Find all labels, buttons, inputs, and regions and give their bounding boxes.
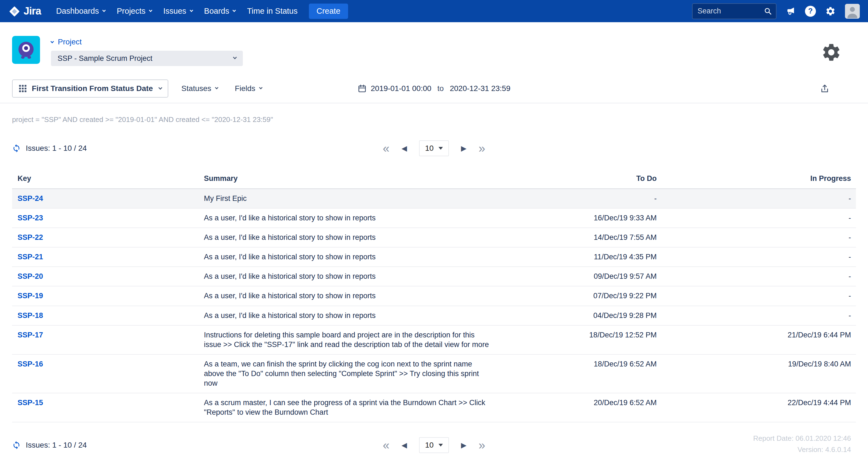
report-type-button[interactable]: First Transition From Status Date <box>12 80 168 98</box>
issue-key-link[interactable]: SSP-22 <box>18 233 43 241</box>
search-input[interactable] <box>698 7 764 16</box>
issue-key-cell: SSP-18 <box>12 306 204 325</box>
issue-todo-cell: 18/Dec/19 6:52 AM <box>505 355 657 393</box>
issue-inprogress-cell: - <box>657 208 856 228</box>
issue-key-link[interactable]: SSP-18 <box>18 311 43 320</box>
date-to-word: to <box>437 84 444 93</box>
date-range-picker[interactable]: 2019-01-01 00:00 to 2020-12-31 23:59 <box>358 84 510 93</box>
column-header-inprogress: In Progress <box>657 171 856 189</box>
chevron-down-icon <box>259 86 262 89</box>
issue-key-link[interactable]: SSP-24 <box>18 194 43 203</box>
chevron-down-icon <box>233 55 237 59</box>
nav-item-boards[interactable]: Boards <box>198 0 242 22</box>
issues-count-label: Issues: 1 - 10 / 24 <box>26 144 87 153</box>
next-page-button[interactable]: ▶ <box>461 144 466 153</box>
issue-inprogress-cell: 19/Dec/19 8:40 AM <box>657 355 856 393</box>
column-header-key: Key <box>12 171 204 189</box>
table-row: SSP-20 As a user, I'd like a historical … <box>12 267 856 286</box>
issue-key-cell: SSP-24 <box>12 189 204 209</box>
issue-inprogress-cell: - <box>657 306 856 325</box>
navbar-right: ? <box>692 3 860 19</box>
table-row: SSP-18 As a user, I'd like a historical … <box>12 306 856 325</box>
issue-key-link[interactable]: SSP-21 <box>18 253 43 261</box>
issue-key-link[interactable]: SSP-16 <box>18 360 43 368</box>
settings-gear-icon[interactable] <box>821 42 842 63</box>
issue-summary-cell: My First Epic <box>204 189 505 209</box>
user-avatar[interactable] <box>845 4 860 19</box>
jql-query-text: project = "SSP" AND created >= "2019-01-… <box>12 115 856 124</box>
search-icon[interactable] <box>764 7 772 16</box>
prev-page-button[interactable]: ◀ <box>402 144 407 153</box>
issues-table: Key Summary To Do In Progress SSP-24 My … <box>12 171 856 422</box>
column-header-summary: Summary <box>204 171 505 189</box>
report-toolbar: First Transition From Status Date Status… <box>12 79 856 98</box>
issue-todo-cell: 16/Dec/19 9:33 AM <box>505 208 657 228</box>
create-button[interactable]: Create <box>309 4 348 19</box>
report-type-label: First Transition From Status Date <box>32 84 153 93</box>
issues-pager-row-bottom: Issues: 1 - 10 / 24 « ◀ 10 ▶ » Report Da… <box>12 437 856 454</box>
nav-item-label: Time in Status <box>247 7 298 16</box>
admin-gear-icon[interactable] <box>825 6 836 17</box>
nav-item-time-in-status[interactable]: Time in Status <box>241 0 303 22</box>
chevron-down-icon <box>158 86 162 89</box>
issues-count-label: Issues: 1 - 10 / 24 <box>26 441 87 450</box>
issue-key-link[interactable]: SSP-17 <box>18 331 43 339</box>
prev-page-button[interactable]: ◀ <box>402 441 407 450</box>
page-size-value: 10 <box>425 441 434 450</box>
table-row: SSP-19 As a user, I'd like a historical … <box>12 286 856 306</box>
caret-down-icon <box>438 444 443 447</box>
first-page-button[interactable]: « <box>382 439 389 451</box>
next-page-button[interactable]: ▶ <box>461 441 466 450</box>
report-meta: Report Date: 06.01.2020 12:46 Version: 4… <box>753 433 851 455</box>
nav-item-projects[interactable]: Projects <box>111 0 158 22</box>
feedback-megaphone-icon[interactable] <box>786 6 796 16</box>
project-selector-group: Project SSP - Sample Scrum Project <box>51 36 243 66</box>
issue-key-link[interactable]: SSP-23 <box>18 214 43 222</box>
issue-todo-cell: 11/Dec/19 4:35 PM <box>505 247 657 267</box>
help-icon[interactable]: ? <box>805 6 816 17</box>
issue-summary-cell: As a user, I'd like a historical story t… <box>204 228 505 247</box>
nav-item-dashboards[interactable]: Dashboards <box>51 0 111 22</box>
issue-key-link[interactable]: SSP-15 <box>18 398 43 407</box>
first-page-button[interactable]: « <box>382 142 389 154</box>
chevron-down-icon <box>102 8 106 12</box>
version: Version: 4.6.0.14 <box>753 444 851 455</box>
issue-key-link[interactable]: SSP-20 <box>18 272 43 280</box>
chevron-down-icon <box>51 40 54 43</box>
last-page-button[interactable]: » <box>478 142 485 154</box>
fields-dropdown[interactable]: Fields <box>235 84 262 93</box>
nav-item-label: Boards <box>204 7 229 16</box>
statuses-dropdown[interactable]: Statuses <box>181 84 218 93</box>
issue-inprogress-cell: 22/Dec/19 4:44 PM <box>657 393 856 422</box>
page-size-select[interactable]: 10 <box>419 140 449 156</box>
issue-key-cell: SSP-22 <box>12 228 204 247</box>
project-select[interactable]: SSP - Sample Scrum Project <box>51 51 243 66</box>
table-row: SSP-17 Instructions for deleting this sa… <box>12 325 856 355</box>
issue-todo-cell: 07/Dec/19 9:22 PM <box>505 286 657 306</box>
table-row: SSP-16 As a team, we can finish the spri… <box>12 355 856 393</box>
issue-summary-cell: Instructions for deleting this sample bo… <box>204 325 505 355</box>
issue-key-link[interactable]: SSP-19 <box>18 292 43 300</box>
last-page-button[interactable]: » <box>478 439 485 451</box>
page-size-select[interactable]: 10 <box>419 437 449 453</box>
nav-item-issues[interactable]: Issues <box>158 0 198 22</box>
page-size-value: 10 <box>425 144 434 153</box>
issue-inprogress-cell: - <box>657 228 856 247</box>
issue-inprogress-cell: 21/Dec/19 6:44 PM <box>657 325 856 355</box>
report-date: Report Date: 06.01.2020 12:46 <box>753 433 851 444</box>
project-section-toggle[interactable]: Project <box>51 37 243 46</box>
issue-todo-cell: 04/Dec/19 9:28 PM <box>505 306 657 325</box>
column-header-todo: To Do <box>505 171 657 189</box>
table-row: SSP-21 As a user, I'd like a historical … <box>12 247 856 267</box>
jira-mark-icon <box>8 5 20 17</box>
table-row: SSP-24 My First Epic - - <box>12 189 856 209</box>
export-icon[interactable] <box>820 84 830 93</box>
jira-logo[interactable]: Jira <box>8 5 41 17</box>
refresh-icon[interactable] <box>12 144 21 153</box>
issue-todo-cell: - <box>505 189 657 209</box>
table-row: SSP-22 As a user, I'd like a historical … <box>12 228 856 247</box>
refresh-icon[interactable] <box>12 441 21 450</box>
issue-summary-cell: As a user, I'd like a historical story t… <box>204 247 505 267</box>
issue-inprogress-cell: - <box>657 247 856 267</box>
issue-key-cell: SSP-23 <box>12 208 204 228</box>
